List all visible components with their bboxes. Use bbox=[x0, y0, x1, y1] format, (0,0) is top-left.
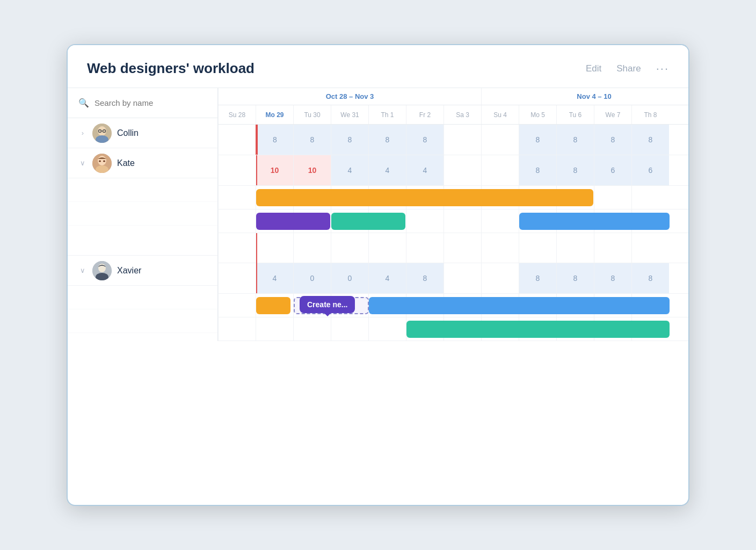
left-panel-row-kate: ∨ Kate bbox=[68, 148, 217, 256]
kate-cell-su28 bbox=[218, 155, 256, 185]
xavier-cell-th1: 4 bbox=[368, 263, 406, 293]
gantt-row-kate-bar1 bbox=[218, 186, 688, 209]
kate-bar2-su4 bbox=[481, 209, 519, 233]
xavier-bar2-mo29 bbox=[256, 317, 293, 341]
xavier-cell-tu30: 0 bbox=[293, 263, 331, 293]
main-window: Web designers' workload Edit Share ··· 🔍… bbox=[67, 44, 689, 506]
day-header-row: Su 28 Mo 29 Tu 30 We 31 Th 1 Fr 2 Sa 3 S… bbox=[218, 105, 688, 125]
kate-empty-th8 bbox=[631, 233, 669, 263]
week-header-row: Oct 28 – Nov 3 Nov 4 – 10 bbox=[218, 88, 688, 105]
kate-cell-su4 bbox=[481, 155, 519, 185]
gantt-row-xavier-bar1: Create ne... bbox=[218, 294, 688, 317]
kate-bar2-fr2 bbox=[406, 209, 444, 233]
kate-cell-tu6: 8 bbox=[556, 155, 594, 185]
gantt-row-kate-bar2 bbox=[218, 209, 688, 233]
gantt-row-kate-hours: 10 10 4 4 4 8 8 6 6 bbox=[218, 155, 688, 186]
kate-empty-we7 bbox=[594, 233, 631, 263]
day-header-we7: We 7 bbox=[594, 105, 631, 124]
kate-bar2-su28 bbox=[218, 209, 256, 233]
more-options-button[interactable]: ··· bbox=[656, 62, 669, 76]
titlebar: Web designers' workload Edit Share ··· bbox=[68, 45, 688, 88]
kate-empty-su4 bbox=[481, 233, 519, 263]
day-header-mo29: Mo 29 bbox=[256, 105, 293, 124]
kate-empty-tu30 bbox=[293, 233, 331, 263]
kate-bar-purple[interactable] bbox=[256, 213, 330, 230]
kate-bar-blue[interactable] bbox=[519, 213, 670, 230]
kate-cell-th8: 6 bbox=[631, 155, 669, 185]
gantt-row-collin: 8 8 8 8 8 8 8 8 8 bbox=[218, 125, 688, 155]
xavier-bar-blue[interactable] bbox=[369, 297, 670, 314]
gantt-row-xavier-hours: 4 0 0 4 8 8 8 8 8 bbox=[218, 263, 688, 294]
person-header-kate[interactable]: ∨ Kate bbox=[68, 148, 217, 178]
collin-cell-th8: 8 bbox=[631, 125, 669, 155]
kate-cell-th1: 4 bbox=[368, 155, 406, 185]
kate-bar-teal[interactable] bbox=[331, 213, 405, 230]
day-header-th1: Th 1 bbox=[368, 105, 406, 124]
expand-icon-xavier[interactable]: ∨ bbox=[78, 266, 87, 274]
day-header-tu30: Tu 30 bbox=[293, 105, 331, 124]
kate-bar1-we7 bbox=[594, 186, 631, 209]
kate-cell-we31: 4 bbox=[331, 155, 368, 185]
collin-cell-su4 bbox=[481, 125, 519, 155]
left-panel-row-collin: › Collin bbox=[68, 118, 217, 148]
search-bar: 🔍 bbox=[68, 88, 217, 118]
xavier-bar2-su28 bbox=[218, 317, 256, 341]
svg-point-7 bbox=[98, 156, 106, 165]
gantt-row-kate-empty bbox=[218, 233, 688, 263]
collin-cell-tu6: 8 bbox=[556, 125, 594, 155]
xavier-cell-fr2: 8 bbox=[406, 263, 444, 293]
person-header-collin[interactable]: › Collin bbox=[68, 118, 217, 148]
gantt-body: 8 8 8 8 8 8 8 8 8 bbox=[218, 125, 688, 341]
kate-cell-mo5: 8 bbox=[519, 155, 556, 185]
svg-point-10 bbox=[103, 160, 105, 162]
kate-empty-we31 bbox=[331, 233, 368, 263]
day-header-th8: Th 8 bbox=[631, 105, 669, 124]
kate-empty-mo29 bbox=[256, 233, 293, 263]
left-panel-row-xavier: ∨ Xavier bbox=[68, 256, 217, 333]
kate-empty-fr2 bbox=[406, 233, 444, 263]
search-icon: 🔍 bbox=[78, 98, 89, 108]
person-header-xavier[interactable]: ∨ Xavier bbox=[68, 256, 217, 286]
kate-bar-spacer-1 bbox=[68, 178, 217, 202]
search-input[interactable] bbox=[95, 98, 207, 107]
day-header-mo5: Mo 5 bbox=[519, 105, 556, 124]
kate-bar-orange[interactable] bbox=[256, 189, 593, 206]
xavier-bar-spacer-1 bbox=[68, 286, 217, 309]
xavier-bar2-tu30 bbox=[293, 317, 331, 341]
kate-empty-tu6 bbox=[556, 233, 594, 263]
create-new-tooltip[interactable]: Create ne... bbox=[300, 296, 355, 313]
kate-spacer-row bbox=[68, 226, 217, 256]
collin-cell-tu30: 8 bbox=[293, 125, 331, 155]
xavier-cell-we31: 0 bbox=[331, 263, 368, 293]
share-button[interactable]: Share bbox=[616, 63, 641, 74]
gantt-area: Oct 28 – Nov 3 Nov 4 – 10 Su 28 Mo 29 Tu… bbox=[218, 88, 688, 341]
collin-cell-we7: 8 bbox=[594, 125, 631, 155]
kate-empty-su28 bbox=[218, 233, 256, 263]
day-header-su4: Su 4 bbox=[481, 105, 519, 124]
avatar-collin bbox=[92, 124, 112, 143]
xavier-cells: 4 0 0 4 8 8 8 8 8 bbox=[218, 263, 688, 293]
kate-bar-spacer-2 bbox=[68, 202, 217, 226]
xavier-cell-mo5: 8 bbox=[519, 263, 556, 293]
kate-empty-cells bbox=[218, 233, 688, 263]
collin-cell-su28 bbox=[218, 125, 256, 155]
titlebar-actions: Edit Share ··· bbox=[586, 62, 669, 76]
kate-empty-th1 bbox=[368, 233, 406, 263]
kate-cell-tu30: 10 bbox=[293, 155, 331, 185]
day-header-su28: Su 28 bbox=[218, 105, 256, 124]
edit-button[interactable]: Edit bbox=[586, 63, 601, 74]
collin-cells: 8 8 8 8 8 8 8 8 8 bbox=[218, 125, 688, 155]
gantt-row-xavier-bar2 bbox=[218, 317, 688, 341]
kate-cell-we7: 6 bbox=[594, 155, 631, 185]
person-name-collin: Collin bbox=[117, 128, 139, 138]
xavier-cell-th8: 8 bbox=[631, 263, 669, 293]
collin-cell-mo29: 8 bbox=[256, 125, 293, 155]
main-area: 🔍 › bbox=[68, 88, 688, 341]
xavier-bar-teal[interactable] bbox=[406, 321, 670, 338]
expand-icon-kate[interactable]: ∨ bbox=[78, 159, 87, 167]
xavier-bar-orange[interactable] bbox=[256, 297, 290, 314]
xavier-bar1-su28 bbox=[218, 294, 256, 317]
kate-bar1-su28 bbox=[218, 186, 256, 209]
avatar-kate bbox=[92, 154, 112, 173]
expand-icon-collin[interactable]: › bbox=[78, 129, 87, 137]
